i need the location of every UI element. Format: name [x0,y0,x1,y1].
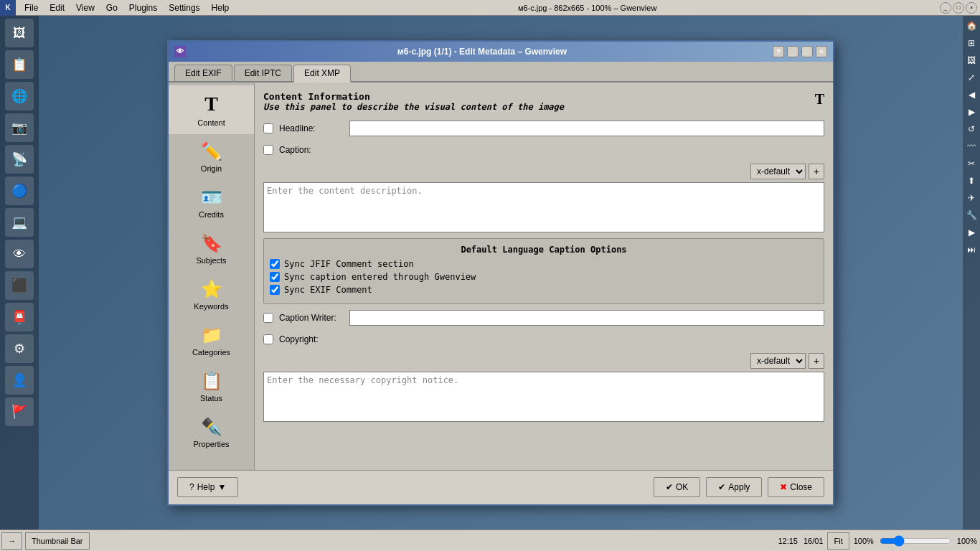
sidebar-icon-user[interactable]: 👤 [5,366,34,395]
right-icon-expand[interactable]: ⤢ [964,70,979,85]
win-maximize[interactable]: □ [953,2,964,14]
nav-categories-label: Categories [192,348,230,357]
headline-checkbox[interactable] [263,123,273,133]
sidebar-icon-kde[interactable]: 🖼 [5,19,34,47]
nav-keywords[interactable]: ⭐ Keywords [169,272,254,318]
nav-origin-label: Origin [201,164,222,173]
copyright-add-lang-button[interactable]: + [809,353,824,369]
sidebar-icon-settings[interactable]: ⚙ [5,334,34,363]
thumbnail-bar-btn[interactable]: Thumbnail Bar [25,532,90,550]
nav-status[interactable]: 📋 Status [169,364,254,410]
thumbnail-bar-label: Thumbnail Bar [32,537,83,545]
content-info-desc: Use this panel to describe the visual co… [263,102,564,112]
copyright-lang-row: x-default + [263,353,824,369]
sidebar-icon-clipboard[interactable]: 📋 [5,50,34,79]
nav-content[interactable]: T Content [169,85,254,134]
caption-lang-select[interactable]: x-default [750,164,806,179]
right-icon-play[interactable]: ▶ [964,105,979,119]
right-icon-tool[interactable]: 🔧 [964,208,979,222]
sidebar-icon-blue[interactable]: 🔵 [5,176,34,205]
right-sidebar: 🏠 ⊞ 🖼 ⤢ ◀ ▶ ↺ 〰 ✂ ⬆ ✈ 🔧 ▶ ⏭ [963,16,980,535]
sync-gwenview-row: Sync caption entered through Gwenview [270,272,818,282]
caption-options-section: Default Language Caption Options Sync JF… [263,238,824,304]
close-label: Close [790,482,812,492]
caption-checkbox[interactable] [263,145,273,155]
zoom-slider[interactable] [880,535,951,547]
sidebar-icon-mail[interactable]: 📮 [5,303,34,331]
help-arrow: ▼ [217,482,226,492]
credits-icon: 🪪 [201,187,222,207]
help-button[interactable]: ? Help ▼ [177,477,238,497]
fit-button[interactable]: Fit [827,532,849,550]
sync-jfif-checkbox[interactable] [270,259,280,269]
nav-properties[interactable]: ✒️ Properties [169,410,254,456]
nav-credits[interactable]: 🪪 Credits [169,180,254,226]
menu-go[interactable]: Go [100,1,123,14]
apply-button[interactable]: ✔ Apply [706,477,762,497]
sidebar-icon-network[interactable]: 📡 [5,145,34,174]
sidebar-icon-globe[interactable]: 🌐 [5,82,34,110]
caption-writer-input[interactable] [349,310,824,326]
right-icon-back[interactable]: ◀ [964,88,979,102]
right-icon-image[interactable]: 🖼 [964,53,979,67]
kde-logo[interactable]: K [0,0,16,16]
top-menubar: K File Edit View Go Plugins Settings Hel… [0,0,980,16]
nav-properties-label: Properties [193,440,229,448]
nav-origin[interactable]: ✏️ Origin [169,134,254,180]
menu-file[interactable]: File [19,1,44,14]
subjects-icon: 🔖 [201,233,222,253]
sync-exif-checkbox[interactable] [270,285,280,295]
close-button[interactable]: ✖ Close [768,477,824,497]
taskbar-arrow-btn[interactable]: → [1,532,22,550]
header-T-icon: T [815,91,824,108]
caption-textarea[interactable]: Enter the content description. [263,182,824,232]
properties-icon: ✒️ [201,417,222,437]
tab-edit-iptc[interactable]: Edit IPTC [234,65,292,81]
right-icon-play2[interactable]: ▶ [964,225,979,240]
right-icon-skip[interactable]: ⏭ [964,242,979,257]
right-icon-up[interactable]: ⬆ [964,174,979,188]
tab-edit-exif[interactable]: Edit EXIF [174,65,232,81]
sidebar-icon-computer[interactable]: 💻 [5,208,34,237]
menu-settings[interactable]: Settings [163,1,205,14]
right-icon-home[interactable]: 🏠 [964,19,979,33]
headline-input[interactable] [349,121,824,136]
sidebar-icon-flag[interactable]: 🚩 [5,397,34,426]
copyright-textarea[interactable]: Enter the necessary copyright notice. [263,372,824,422]
dialog-min-btn[interactable]: _ [787,46,798,57]
right-icon-wave[interactable]: 〰 [964,139,979,154]
help-icon: ? [189,482,194,492]
right-icon-refresh[interactable]: ↺ [964,122,979,136]
desktop: K File Edit View Go Plugins Settings Hel… [0,0,980,551]
nav-categories[interactable]: 📁 Categories [169,318,254,364]
sidebar-icon-eye[interactable]: 👁 [5,240,34,268]
ok-button[interactable]: ✔ OK [654,477,700,497]
categories-icon: 📁 [201,325,222,345]
right-icon-cut[interactable]: ✂ [964,156,979,171]
right-icon-grid[interactable]: ⊞ [964,36,979,50]
win-close[interactable]: × [966,2,977,14]
sync-gwenview-checkbox[interactable] [270,272,280,282]
win-minimize[interactable]: _ [940,2,951,14]
dialog-close-btn[interactable]: × [816,46,827,57]
caption-lang-row: x-default + [263,164,824,179]
menu-view[interactable]: View [70,1,100,14]
tab-edit-xmp[interactable]: Edit XMP [293,65,351,83]
copyright-lang-select[interactable]: x-default [750,353,806,369]
sidebar-icon-terminal[interactable]: ⬛ [5,271,34,300]
copyright-checkbox[interactable] [263,334,273,344]
nav-subjects[interactable]: 🔖 Subjects [169,226,254,272]
add-lang-button[interactable]: + [809,164,824,179]
sidebar-icon-scanner[interactable]: 📷 [5,113,34,142]
menu-help[interactable]: Help [206,1,235,14]
menu-edit[interactable]: Edit [44,1,70,14]
dialog-max-btn[interactable]: □ [801,46,813,57]
menu-plugins[interactable]: Plugins [123,1,163,14]
caption-writer-checkbox[interactable] [263,313,273,323]
right-icon-plane[interactable]: ✈ [964,191,979,205]
dialog-body: T Content ✏️ Origin 🪪 Credits 🔖 Subjects [169,83,833,470]
ok-checkmark: ✔ [666,482,673,492]
dialog-help-btn[interactable]: ? [773,46,784,57]
help-label: Help [197,482,215,492]
sync-exif-label: Sync EXIF Comment [284,285,372,295]
